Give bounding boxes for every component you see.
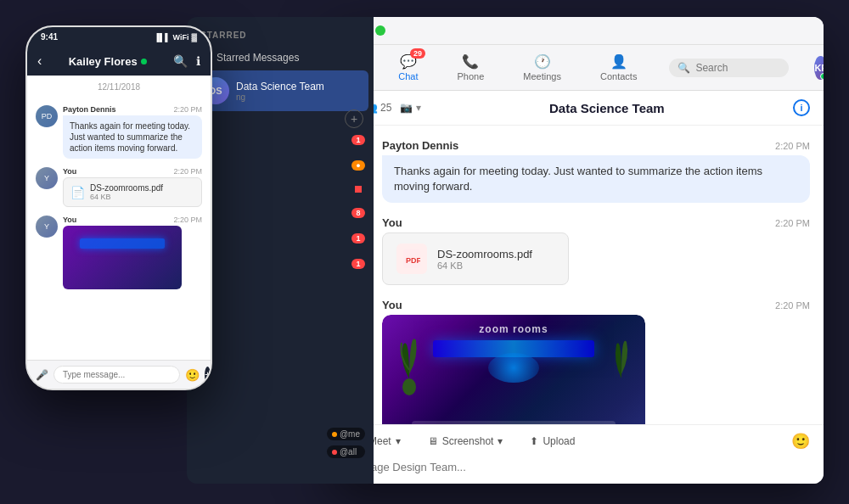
nav-meetings-label: Meetings bbox=[523, 71, 561, 81]
sidebar-chat-item-active[interactable]: DS Data Science Team ng bbox=[192, 70, 368, 111]
phone-search-icon[interactable]: 🔍 bbox=[173, 54, 188, 68]
phone-messages: PD Payton Dennis 2:20 PM Thanks again fo… bbox=[27, 98, 211, 360]
sidebar-chat-item-2[interactable]: + bbox=[187, 111, 374, 126]
image-bubble: zoom rooms bbox=[382, 315, 645, 424]
message-input[interactable] bbox=[345, 457, 810, 477]
nav-contacts[interactable]: 👤 Contacts bbox=[593, 50, 644, 85]
meetings-icon: 🕐 bbox=[534, 53, 551, 70]
phone-msg-time-3: 2:20 PM bbox=[173, 216, 202, 224]
phone-message-input[interactable] bbox=[53, 366, 180, 384]
phone-header-icons: 🔍 ℹ bbox=[173, 54, 200, 68]
online-status-dot bbox=[141, 59, 147, 64]
svg-text:PDF: PDF bbox=[406, 256, 420, 265]
zoom-room-image: zoom rooms bbox=[382, 315, 645, 424]
phone-file-name: DS-zoomrooms.pdf bbox=[90, 183, 163, 193]
phone-info-icon[interactable]: ℹ bbox=[196, 54, 200, 68]
messages-area: PD Payton Dennis 2:20 PM Thanks again fo… bbox=[331, 126, 824, 424]
phone-msg-sender-3: You bbox=[63, 216, 76, 224]
pdf-icon: PDF bbox=[396, 244, 427, 274]
user-online-dot bbox=[820, 73, 824, 80]
chat-tools: 📹 Meet ▾ 🖥 Screenshot ▾ ⬆ Upload 🙂 bbox=[345, 432, 810, 451]
screenshot-button[interactable]: 🖥 Screenshot ▾ bbox=[421, 432, 510, 451]
phone-status-bar: 9:41 ▐▌▌ WiFi ▓ bbox=[27, 27, 211, 47]
phone-mic-icon[interactable]: 🎤 bbox=[36, 369, 48, 381]
phone-input-bar: 🎤 🙂 + bbox=[27, 360, 211, 389]
phone-msg-sender-1: Payton Dennis bbox=[63, 105, 116, 114]
sidebar-chat-preview: ng bbox=[236, 92, 358, 102]
phone-contact-name: Kailey Flores bbox=[69, 55, 147, 68]
camera-icon[interactable]: 📷 ▾ bbox=[400, 102, 420, 114]
mention-me-tag: @me bbox=[327, 428, 365, 440]
emoji-button[interactable]: 🙂 bbox=[791, 432, 810, 451]
msg-content-2: You 2:20 PM PDF DS-zoomrooms bbox=[382, 216, 810, 285]
msg-meta-3: You 2:20 PM bbox=[382, 299, 810, 311]
message-group-1: PD Payton Dennis 2:20 PM Thanks again fo… bbox=[345, 139, 810, 203]
info-button[interactable]: i bbox=[793, 99, 810, 116]
search-icon: 🔍 bbox=[678, 62, 690, 74]
upload-label: Upload bbox=[543, 435, 575, 447]
upload-icon: ⬆ bbox=[530, 435, 538, 447]
chat-input-area: 📹 Meet ▾ 🖥 Screenshot ▾ ⬆ Upload 🙂 bbox=[331, 424, 824, 484]
chat-container: ☆ 👥 25 📷 ▾ Data Science Team i PD bbox=[331, 91, 824, 484]
phone-msg-meta-2: You 2:20 PM bbox=[63, 167, 202, 176]
user-initials: KF bbox=[814, 63, 824, 73]
phone-pdf-icon: 📄 bbox=[70, 186, 85, 199]
phone-add-button[interactable]: + bbox=[205, 367, 211, 384]
phone-msg-meta-3: You 2:20 PM bbox=[63, 216, 202, 224]
nav-phone-label: Phone bbox=[458, 71, 485, 81]
chat-badge-5: 1 bbox=[351, 233, 365, 244]
msg-sender-1: Payton Dennis bbox=[382, 139, 458, 152]
search-box[interactable]: 🔍 bbox=[669, 59, 789, 77]
file-info: DS-zoomrooms.pdf 64 KB bbox=[437, 248, 532, 271]
sidebar-chat-name: Data Science Team bbox=[236, 81, 358, 92]
chat-badge-1: 1 bbox=[351, 135, 365, 145]
msg-content-3: You 2:20 PM zoom rooms bbox=[382, 299, 810, 424]
phone-back-button[interactable]: ‹ bbox=[37, 53, 42, 69]
file-bubble: PDF DS-zoomrooms.pdf 64 KB bbox=[382, 232, 569, 285]
phone-time: 9:41 bbox=[41, 32, 58, 42]
msg-time-2: 2:20 PM bbox=[775, 218, 810, 228]
file-name: DS-zoomrooms.pdf bbox=[437, 248, 532, 260]
nav-bar: ⌂ Home 💬 29 Chat 📞 Phone 🕐 Meetings 👤 Co… bbox=[331, 45, 824, 91]
chat-badge-2: ● bbox=[351, 160, 365, 171]
phone-msg-content-1: Payton Dennis 2:20 PM Thanks again for m… bbox=[63, 105, 202, 159]
phone-emoji-icon[interactable]: 🙂 bbox=[185, 368, 200, 382]
phone-header: ‹ Kailey Flores 🔍 ℹ bbox=[27, 47, 211, 76]
desktop-window: ⌂ Home 💬 29 Chat 📞 Phone 🕐 Meetings 👤 Co… bbox=[331, 17, 824, 484]
chat-title: Data Science Team bbox=[421, 101, 793, 115]
msg-time-1: 2:20 PM bbox=[775, 141, 810, 151]
meet-chevron: ▾ bbox=[396, 435, 401, 447]
phone-header-center: Kailey Flores bbox=[69, 55, 147, 68]
msg-bubble-1: Thanks again for meeting today. Just wan… bbox=[382, 155, 810, 203]
phone-avatar-payton: PD bbox=[36, 105, 58, 127]
title-bar bbox=[331, 17, 824, 45]
user-avatar[interactable]: KF bbox=[814, 56, 824, 80]
sidebar-section-label: STARRED bbox=[187, 17, 374, 45]
nav-phone[interactable]: 📞 Phone bbox=[451, 50, 492, 85]
phone-body: 12/11/2018 PD Payton Dennis 2:20 PM Than… bbox=[27, 76, 211, 389]
phone-msg-sender-2: You bbox=[63, 167, 76, 176]
nav-contacts-label: Contacts bbox=[600, 71, 637, 81]
phone-nav-icon: 📞 bbox=[462, 53, 479, 70]
maximize-button[interactable] bbox=[375, 25, 385, 36]
phone-avatar-you-2: Y bbox=[36, 167, 58, 189]
phone-file-size: 64 KB bbox=[90, 193, 163, 201]
sidebar-chat-info: Data Science Team ng bbox=[236, 81, 358, 102]
chat-badge: 29 bbox=[410, 48, 425, 59]
mention-all-tag: @all bbox=[327, 445, 365, 458]
search-input[interactable] bbox=[695, 62, 780, 74]
mobile-phone: 9:41 ▐▌▌ WiFi ▓ ‹ Kailey Flores 🔍 ℹ bbox=[25, 25, 212, 390]
mention-me-label: @me bbox=[340, 429, 360, 439]
phone-image-bubble bbox=[63, 226, 182, 289]
upload-button[interactable]: ⬆ Upload bbox=[523, 432, 582, 451]
phone-message-2: Y You 2:20 PM 📄 DS-zoomrooms.pdf 64 KB bbox=[36, 167, 202, 207]
nav-meetings[interactable]: 🕐 Meetings bbox=[516, 50, 568, 85]
phone-msg-time-2: 2:20 PM bbox=[173, 167, 202, 176]
phone-date-divider: 12/11/2018 bbox=[27, 76, 211, 98]
msg-time-3: 2:20 PM bbox=[775, 300, 810, 311]
starred-messages-item[interactable]: ★ Starred Messages bbox=[187, 45, 374, 70]
screenshot-label: Screenshot bbox=[442, 435, 494, 447]
nav-chat[interactable]: 💬 29 Chat bbox=[391, 50, 424, 85]
svg-point-2 bbox=[402, 378, 416, 395]
add-channel-button[interactable]: + bbox=[345, 109, 363, 128]
